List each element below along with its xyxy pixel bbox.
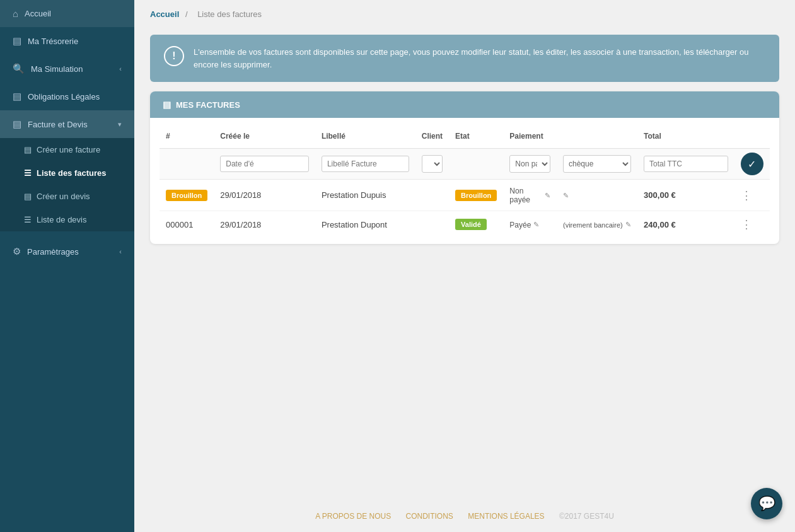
row-action-menu[interactable]: ⋮	[741, 189, 753, 202]
row-amount: 300,00 €	[637, 180, 734, 211]
filter-libelle-input[interactable]	[322, 156, 409, 172]
col-header-total: Total	[637, 124, 734, 149]
info-icon: !	[164, 46, 184, 66]
info-banner: ! L'ensemble de vos factures sont dispon…	[150, 35, 779, 82]
payment-status-label: Non payée ✎	[509, 187, 550, 204]
sidebar-item-simulation[interactable]: 🔍 Ma Simulation ‹	[0, 55, 134, 83]
row-etat: Brouillon	[449, 180, 503, 211]
col-header-paiement: Paiement	[503, 124, 637, 149]
sidebar-item-label: Accueil	[25, 9, 122, 18]
col-header-date: Créée le	[214, 124, 315, 149]
row-num: Brouillon	[160, 180, 214, 211]
document-icon: ▤	[24, 192, 32, 201]
row-actions[interactable]: ⋮	[734, 180, 770, 211]
list-icon: ☰	[24, 215, 32, 224]
row-libelle: Prestation Dupuis	[315, 180, 415, 211]
sidebar-item-label: Paramètrages	[27, 247, 113, 257]
chat-button[interactable]: 💬	[751, 488, 782, 519]
filter-date-input[interactable]	[220, 156, 309, 172]
subitem-label: Liste des factures	[37, 168, 107, 178]
row-payment-mode[interactable]: (virement bancaire) ✎	[557, 211, 637, 238]
table-row: Brouillon 29/01/2018 Prestation Dupuis B…	[160, 180, 770, 211]
subitem-label: Créer un devis	[37, 192, 90, 201]
chevron-left-icon: ‹	[119, 248, 122, 255]
sidebar-item-label: Ma Trésorerie	[28, 37, 122, 46]
breadcrumb-separator: /	[185, 9, 188, 19]
obligations-icon: ▤	[13, 91, 21, 102]
row-amount: 240,00 €	[637, 211, 734, 238]
row-date: 29/01/2018	[214, 180, 315, 211]
filter-cell-payment-status[interactable]: Non pa Payée	[503, 149, 557, 180]
sidebar-subitem-liste-factures[interactable]: ☰ Liste des factures	[0, 161, 134, 185]
payment-mode-label: ✎	[563, 192, 569, 200]
breadcrumb-home[interactable]: Accueil	[150, 9, 179, 19]
sidebar-item-facture-devis[interactable]: ▤ Facture et Devis ▾	[0, 110, 134, 138]
row-client	[415, 180, 449, 211]
filter-cell-confirm[interactable]: ✓	[734, 149, 770, 180]
list-icon: ☰	[24, 168, 32, 178]
filter-payment-mode-select[interactable]: chèque virement bancaire	[563, 155, 631, 173]
payment-mode-label: (virement bancaire) ✎	[563, 221, 631, 229]
breadcrumb: Accueil / Liste des factures	[134, 0, 795, 28]
filter-cell-total[interactable]	[637, 149, 734, 180]
card-header: ▤ MES FACTURES	[150, 91, 779, 118]
col-header-etat: Etat	[449, 124, 503, 149]
sidebar: ⌂ Accueil ▤ Ma Trésorerie 🔍 Ma Simulatio…	[0, 0, 134, 532]
row-client	[415, 211, 449, 238]
factures-card: ▤ MES FACTURES # Créée le Libellé Client…	[150, 91, 779, 244]
etat-badge: Brouillon	[455, 190, 497, 201]
sidebar-item-label: Facture et Devis	[28, 120, 112, 129]
footer-link-mentions[interactable]: MENTIONS LÉGALES	[468, 512, 544, 521]
payment-mode-edit-icon[interactable]: ✎	[625, 221, 631, 229]
footer-copyright: ©2017 GEST4U	[559, 512, 614, 521]
payment-status-edit-icon[interactable]: ✎	[533, 221, 539, 229]
payment-mode-edit-icon[interactable]: ✎	[563, 192, 569, 200]
footer-link-about[interactable]: A PROPOS DE NOUS	[315, 512, 391, 521]
sidebar-subitem-creer-devis[interactable]: ▤ Créer un devis	[0, 185, 134, 208]
search-icon: 🔍	[13, 63, 25, 74]
factures-table: # Créée le Libellé Client Etat Paiement …	[160, 124, 770, 238]
payment-status-edit-icon[interactable]: ✎	[545, 192, 550, 200]
row-payment-status[interactable]: Payée ✎	[503, 211, 557, 238]
card-header-icon: ▤	[163, 100, 171, 110]
chevron-down-icon: ▾	[118, 120, 122, 129]
sidebar-item-tresorerie[interactable]: ▤ Ma Trésorerie	[0, 27, 134, 55]
sidebar-item-parametrages[interactable]: ⚙ Paramètrages ‹	[0, 238, 134, 265]
footer: A PROPOS DE NOUS CONDITIONS MENTIONS LÉG…	[134, 500, 795, 532]
sidebar-subitem-creer-facture[interactable]: ▤ Créer une facture	[0, 138, 134, 161]
row-date: 29/01/2018	[214, 211, 315, 238]
sidebar-item-obligations[interactable]: ▤ Obligations Légales	[0, 83, 134, 110]
filter-cell-date[interactable]	[214, 149, 315, 180]
col-header-actions	[734, 124, 770, 149]
home-icon: ⌂	[13, 8, 18, 19]
filter-client-select[interactable]	[422, 155, 443, 173]
filter-confirm-button[interactable]: ✓	[741, 153, 763, 175]
sidebar-item-label: Ma Simulation	[31, 64, 113, 74]
filter-cell-payment-mode[interactable]: chèque virement bancaire	[557, 149, 637, 180]
subitem-label: Créer une facture	[37, 145, 100, 154]
filter-row: Non pa Payée chèque virement bancaire	[160, 149, 770, 180]
draft-badge: Brouillon	[166, 190, 207, 201]
filter-cell-client[interactable]	[415, 149, 449, 180]
main-content: Accueil / Liste des factures ! L'ensembl…	[134, 0, 795, 532]
row-action-menu[interactable]: ⋮	[741, 218, 753, 231]
document-icon: ▤	[24, 145, 32, 154]
col-header-num: #	[160, 124, 214, 149]
filter-cell-etat	[449, 149, 503, 180]
footer-link-conditions[interactable]: CONDITIONS	[406, 512, 453, 521]
row-actions[interactable]: ⋮	[734, 211, 770, 238]
info-text: L'ensemble de vos factures sont disponib…	[194, 46, 765, 71]
row-payment-status[interactable]: Non payée ✎	[503, 180, 557, 211]
sidebar-item-label: Obligations Légales	[28, 92, 122, 101]
table-header-row: # Créée le Libellé Client Etat Paiement …	[160, 124, 770, 149]
filter-total-input[interactable]	[644, 156, 728, 172]
sidebar-subitem-liste-devis[interactable]: ☰ Liste de devis	[0, 208, 134, 231]
filter-cell-num	[160, 149, 214, 180]
gear-icon: ⚙	[13, 246, 21, 257]
sidebar-item-accueil[interactable]: ⌂ Accueil	[0, 0, 134, 27]
filter-cell-libelle[interactable]	[315, 149, 415, 180]
row-payment-mode[interactable]: ✎	[557, 180, 637, 211]
payment-status-label: Payée ✎	[509, 221, 539, 229]
filter-payment-status-select[interactable]: Non pa Payée	[509, 155, 550, 173]
col-header-libelle: Libellé	[315, 124, 415, 149]
